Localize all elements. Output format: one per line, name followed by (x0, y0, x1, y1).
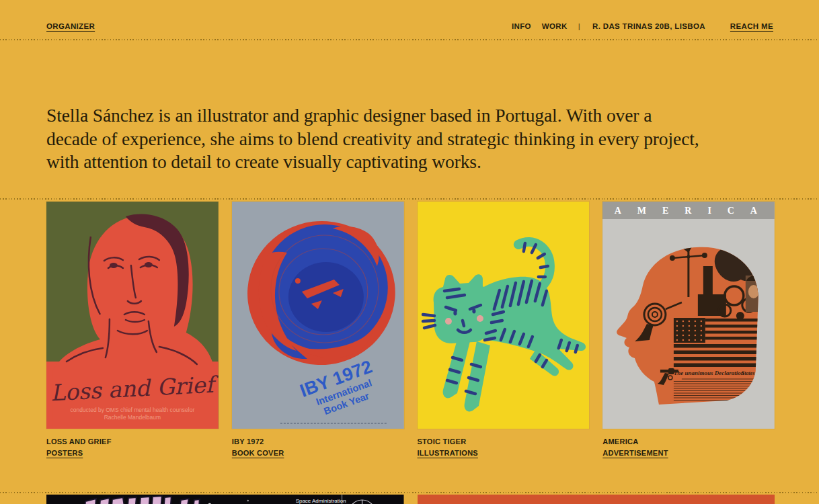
nav-work[interactable]: WORK (542, 22, 568, 30)
project-card-iby-1972: IBY 1972 International Book Year IBY 197… (232, 202, 404, 458)
poster4-masthead: AMERICA (615, 205, 773, 215)
intro-line-1: Stella Sánchez is an illustrator and gra… (46, 104, 773, 128)
project-grid: Loss and Grief conducted by OMS chief me… (46, 202, 775, 458)
caption-america: AMERICA ADVERTISEMENT (602, 437, 775, 458)
dotted-divider-top (0, 39, 819, 40)
intro-line-2: decade of experience, she aims to blend … (46, 128, 773, 151)
caption-stoic-tiger: STOIC TIGER ILLUSTRATIONS (418, 437, 590, 458)
project-grid-row-2: Space Administration (46, 495, 775, 504)
project-title: STOIC TIGER (418, 437, 590, 446)
poster-america[interactable]: AMERICA (602, 202, 775, 429)
poster-stoic-tiger[interactable] (418, 202, 590, 429)
brand-link[interactable]: ORGANIZER (46, 22, 95, 30)
project-card-stoic-tiger: STOIC TIGER ILLUSTRATIONS (418, 202, 590, 458)
caption-loss-and-grief: LOSS AND GRIEF POSTERS (46, 437, 219, 458)
caption-iby-1972: IBY 1972 BOOK COVER (232, 437, 404, 458)
project-link-posters[interactable]: POSTERS (46, 449, 83, 458)
nasa-caption: Space Administration (296, 497, 346, 503)
poster4-declaration-right: States (742, 370, 755, 376)
poster4-declaration-title: The unanimous Declaration (674, 369, 744, 376)
poster-loss-and-grief[interactable]: Loss and Grief conducted by OMS chief me… (46, 202, 219, 429)
project-link-book-cover[interactable]: BOOK COVER (232, 449, 284, 458)
poster-orange-partial[interactable] (418, 495, 775, 504)
project-title: IBY 1972 (232, 437, 404, 446)
site-header: ORGANIZER INFO WORK | R. DAS TRINAS 20B,… (0, 0, 819, 39)
nav-separator: | (578, 22, 580, 30)
project-link-illustrations[interactable]: ILLUSTRATIONS (418, 449, 478, 458)
intro-text: Stella Sánchez is an illustrator and gra… (46, 104, 773, 174)
dotted-divider-middle (0, 198, 819, 200)
dotted-divider-bottom (0, 492, 819, 493)
poster-iby-1972[interactable]: IBY 1972 International Book Year (232, 202, 404, 429)
poster1-credit-2: Rachelle Mandelbaum (104, 413, 161, 420)
project-title: LOSS AND GRIEF (46, 437, 219, 446)
nav-info[interactable]: INFO (512, 22, 531, 30)
poster1-credit-1: conducted by OMS chief mental health cou… (70, 406, 194, 413)
project-card-america: AMERICA (602, 202, 775, 458)
poster-nasa-partial[interactable]: Space Administration (46, 495, 404, 504)
project-card-loss-and-grief: Loss and Grief conducted by OMS chief me… (46, 202, 219, 458)
intro-line-3: with attention to detail to create visua… (46, 151, 773, 174)
header-nav: INFO WORK | R. DAS TRINAS 20B, LISBOA RE… (512, 22, 773, 30)
portfolio-page: ORGANIZER INFO WORK | R. DAS TRINAS 20B,… (0, 0, 819, 504)
address-text: R. DAS TRINAS 20B, LISBOA (592, 22, 705, 30)
project-link-advertisement[interactable]: ADVERTISEMENT (602, 449, 668, 458)
reach-me-link[interactable]: REACH ME (730, 22, 773, 30)
project-title: AMERICA (602, 437, 775, 446)
